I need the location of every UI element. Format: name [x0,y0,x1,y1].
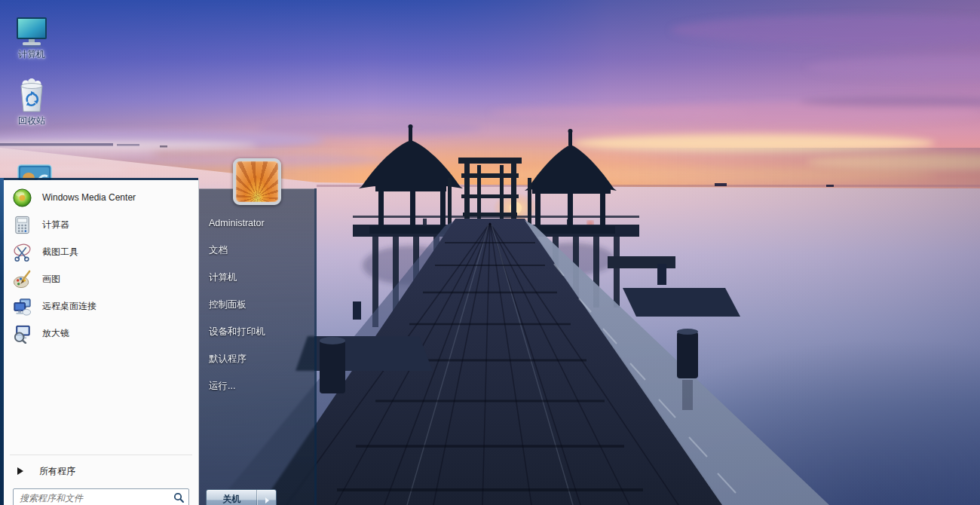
menu-item-label: 放大镜 [42,327,69,340]
shutdown-button[interactable]: 关机 [206,489,277,505]
desktop-icon-computer[interactable]: 计算机 [9,17,54,60]
all-programs-label: 所有程序 [39,465,75,478]
menu-item-magnifier[interactable]: 放大镜 [7,320,194,346]
arrow-right-icon [17,467,23,475]
menu-item-calculator[interactable]: 计算器 [7,212,194,237]
start-menu-right-panel: Administrator 文档 计算机 控制面板 设备和打印机 默认程序 运行… [198,188,314,505]
desktop-icon-label: 回收站 [9,116,54,126]
user-name: Administrator [209,218,265,231]
menu-item-label: 计算器 [42,219,69,231]
shutdown-label: 关机 [207,490,257,505]
start-menu-left-panel: Windows Media Center 计算器 [4,180,199,505]
start-menu: Administrator 文档 计算机 控制面板 设备和打印机 默认程序 运行… [0,178,317,505]
windows-media-center-icon [12,188,32,208]
magnifier-icon [12,323,32,344]
search-input[interactable] [13,488,189,505]
menu-item-computer[interactable]: 计算机 [209,271,237,285]
menu-separator [10,454,192,455]
menu-item-label: 画图 [42,273,60,286]
menu-item-windows-media-center[interactable]: Windows Media Center [7,185,194,210]
search-icon [173,492,185,503]
menu-item-default-programs[interactable]: 默认程序 [209,353,247,366]
chevron-right-icon [265,497,269,503]
start-menu-frame-right [314,188,317,505]
desktop-icon-recycle-bin[interactable]: 回收站 [9,78,54,126]
desktop: 计算机 回收站 [0,0,980,505]
menu-item-snipping-tool[interactable]: 截图工具 [7,239,194,265]
paint-icon [12,269,32,289]
menu-item-control-panel[interactable]: 控制面板 [209,298,247,312]
computer-icon [14,17,50,48]
remote-desktop-icon [12,296,32,317]
menu-item-label: 远程桌面连接 [42,300,96,313]
menu-item-devices-printers[interactable]: 设备和打印机 [209,326,265,339]
calculator-icon [12,215,32,235]
shutdown-options-button[interactable] [258,490,276,505]
menu-item-paint[interactable]: 画图 [7,266,194,292]
menu-item-remote-desktop[interactable]: 远程桌面连接 [7,293,194,319]
desktop-icon-label: 计算机 [9,50,54,60]
menu-item-run[interactable]: 运行... [209,380,235,393]
snipping-tool-icon [12,242,32,262]
recycle-bin-icon [17,78,47,115]
menu-item-label: 截图工具 [42,246,78,259]
menu-item-documents[interactable]: 文档 [209,244,228,258]
menu-item-label: Windows Media Center [42,192,136,203]
all-programs-button[interactable]: 所有程序 [7,461,194,482]
user-avatar[interactable] [233,158,281,205]
search-area [13,488,189,505]
